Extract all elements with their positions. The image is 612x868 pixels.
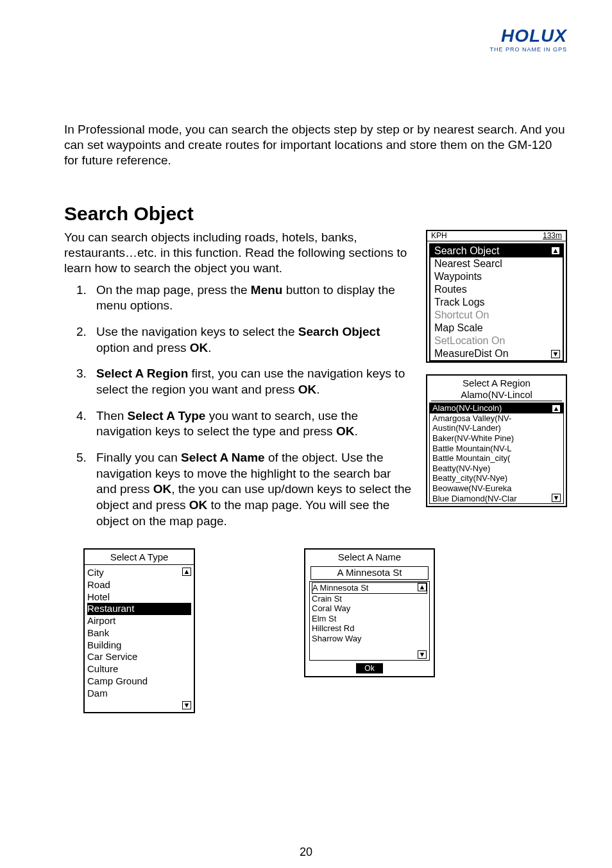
menu-item-map-scale[interactable]: Map Scale: [430, 322, 563, 334]
menu-item-search-object[interactable]: Search Object: [430, 245, 563, 257]
region-item[interactable]: Beowawe(NV-Eureka: [430, 483, 563, 494]
scroll-down-icon[interactable]: ▼: [552, 494, 561, 502]
gps-menu-list: Search Object Nearest Searcl Waypoints R…: [429, 243, 564, 361]
section-heading: Search Object: [64, 203, 567, 225]
page-number: 20: [0, 846, 612, 859]
scroll-down-icon[interactable]: ▼: [182, 701, 191, 709]
region-item[interactable]: Beatty_city(NV-Nye): [430, 473, 563, 483]
name-item[interactable]: Hillcrest Rd: [312, 623, 427, 634]
section-description: You can search objects including roads, …: [64, 230, 413, 275]
type-item[interactable]: Dam: [87, 688, 191, 700]
instruction-list: On the map page, press the Menu button t…: [90, 282, 413, 530]
region-title: Select A Region: [427, 376, 566, 389]
menu-item-track-logs[interactable]: Track Logs: [430, 296, 563, 309]
region-item[interactable]: Battle Mountain(NV-L: [430, 444, 563, 454]
region-item[interactable]: Battle Mountain_city(: [430, 453, 563, 464]
type-item[interactable]: Hotel: [87, 591, 191, 603]
gps-topbar-value: 133m: [543, 231, 562, 241]
ok-button[interactable]: Ok: [356, 663, 383, 673]
type-item[interactable]: City: [87, 567, 191, 579]
step-3: Select A Region first, you can use the n…: [90, 366, 413, 397]
gps-topbar-unit: KPH: [431, 231, 447, 241]
gps-main-menu-screenshot: KPH 133m Search Object Nearest Searcl Wa…: [426, 230, 567, 363]
name-item[interactable]: A Minnesota St: [312, 582, 427, 594]
menu-item-routes[interactable]: Routes: [430, 283, 563, 296]
menu-item-measuredist-on[interactable]: MeasureDist On: [430, 347, 563, 360]
scroll-down-icon[interactable]: ▼: [551, 350, 560, 358]
type-item[interactable]: Road: [87, 579, 191, 591]
type-item[interactable]: Culture: [87, 663, 191, 675]
name-title: Select A Name: [305, 550, 434, 564]
name-search-input[interactable]: A Minnesota St: [310, 566, 429, 580]
type-list: City Road Hotel Restaurant Airport Bank …: [85, 564, 194, 712]
region-item[interactable]: Amargosa Valley(NV-: [430, 413, 563, 424]
select-region-screenshot: Select A Region Alamo(NV-Lincol Alamo(NV…: [426, 374, 567, 507]
scroll-up-icon[interactable]: ▲: [182, 568, 191, 576]
name-item[interactable]: Coral Way: [312, 603, 427, 614]
type-title: Select A Type: [85, 550, 194, 564]
region-item[interactable]: Baker(NV-White Pine): [430, 433, 563, 444]
brand-name: HOLUX: [489, 26, 567, 46]
region-item[interactable]: Blue Diamond(NV-Clar: [430, 494, 563, 504]
menu-item-nearest-search[interactable]: Nearest Searcl: [430, 257, 563, 270]
step-2: Use the navigation keys to select the Se…: [90, 324, 413, 356]
region-item[interactable]: Beatty(NV-Nye): [430, 464, 563, 474]
name-item[interactable]: Crain St: [312, 594, 427, 604]
type-item[interactable]: Bank: [87, 627, 191, 639]
type-item[interactable]: Car Service: [87, 651, 191, 663]
menu-item-setlocation-on: SetLocation On: [430, 334, 563, 347]
step-5: Finally you can Select A Name of the obj…: [90, 450, 413, 529]
brand-logo: HOLUX THE PRO NAME IN GPS: [489, 26, 567, 53]
region-item[interactable]: Alamo(NV-Lincoln): [430, 403, 563, 413]
intro-paragraph: In Professional mode, you can search the…: [64, 122, 567, 168]
type-item[interactable]: Restaurant: [87, 603, 191, 615]
step-1: On the map page, press the Menu button t…: [90, 282, 413, 314]
scroll-up-icon[interactable]: ▲: [551, 247, 560, 255]
step-4: Then Select A Type you want to search, u…: [90, 408, 413, 440]
menu-item-shortcut-on: Shortcut On: [430, 309, 563, 322]
name-item[interactable]: Elm St: [312, 614, 427, 624]
scroll-up-icon[interactable]: ▲: [552, 404, 561, 413]
region-list: Alamo(NV-Lincoln) Amargosa Valley(NV- Au…: [429, 403, 564, 504]
scroll-up-icon[interactable]: ▲: [418, 583, 427, 591]
region-subtitle: Alamo(NV-Lincol: [431, 389, 562, 401]
select-name-screenshot: Select A Name A Minnesota St A Minnesota…: [304, 548, 435, 677]
gps-topbar: KPH 133m: [427, 231, 566, 241]
type-item[interactable]: Building: [87, 639, 191, 652]
select-type-screenshot: Select A Type City Road Hotel Restaurant…: [83, 548, 195, 713]
menu-item-waypoints[interactable]: Waypoints: [430, 270, 563, 283]
region-item[interactable]: Austin(NV-Lander): [430, 423, 563, 433]
name-item[interactable]: Sharrow Way: [312, 634, 427, 644]
scroll-down-icon[interactable]: ▼: [418, 650, 427, 659]
brand-tagline: THE PRO NAME IN GPS: [489, 46, 567, 53]
type-item[interactable]: Camp Ground: [87, 675, 191, 688]
type-item[interactable]: Airport: [87, 615, 191, 627]
name-list: A Minnesota St Crain St Coral Way Elm St…: [309, 581, 430, 661]
